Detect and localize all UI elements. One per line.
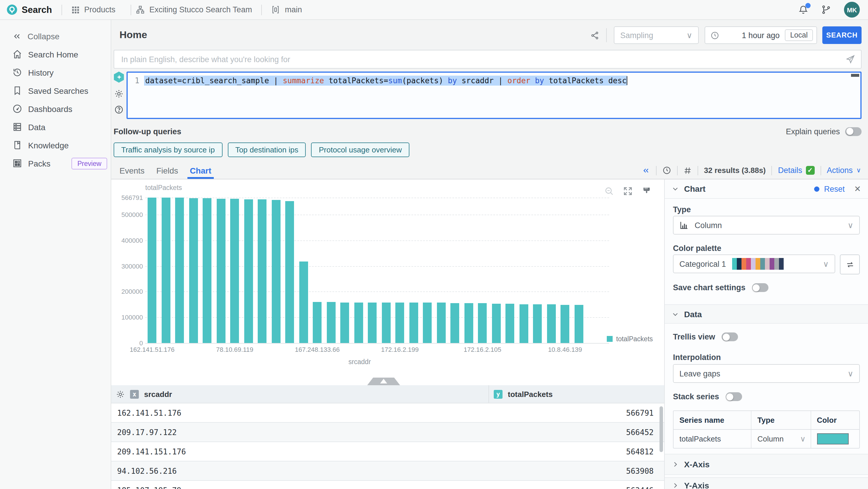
stack-series-toggle[interactable] <box>726 392 742 401</box>
notifications-button[interactable] <box>798 5 808 15</box>
send-icon[interactable] <box>846 55 855 64</box>
sidebar-item-knowledge[interactable]: Knowledge <box>0 136 111 154</box>
trellis-toggle[interactable] <box>721 333 738 341</box>
table-header-srcaddr[interactable]: x srcaddr <box>111 385 489 403</box>
branch-selector[interactable]: main <box>272 5 302 14</box>
help-icon[interactable] <box>114 105 124 114</box>
chart-bar[interactable] <box>175 198 184 343</box>
chart-settings-brush-icon[interactable] <box>642 186 651 196</box>
share-icon[interactable] <box>590 31 599 39</box>
tab-fields[interactable]: Fields <box>151 162 184 179</box>
nl-search-input[interactable] <box>120 54 846 64</box>
avatar[interactable]: MK <box>844 2 860 18</box>
ai-assist-button[interactable] <box>113 71 124 83</box>
chart-bar[interactable] <box>258 200 267 343</box>
chart-bar[interactable] <box>299 261 308 343</box>
sidebar-item-saved-searches[interactable]: Saved Searches <box>0 82 111 100</box>
table-row[interactable]: 209.17.97.122566452 <box>111 423 664 442</box>
chart-bar[interactable] <box>547 305 556 343</box>
sidebar-item-packs[interactable]: PacksPreview <box>0 154 111 172</box>
followup-query-button[interactable]: Top destination ips <box>227 142 306 157</box>
timezone-chip[interactable]: Local <box>785 29 813 41</box>
chart-bar[interactable] <box>492 304 500 343</box>
products-menu[interactable]: Products <box>71 5 115 14</box>
explain-queries-toggle[interactable] <box>845 127 862 136</box>
chart-bar[interactable] <box>216 199 225 343</box>
expand-icon[interactable] <box>623 186 632 196</box>
chart-type-select[interactable]: Column ∨ <box>673 216 860 234</box>
details-button[interactable]: Details ✓ <box>778 166 815 175</box>
interpolation-select[interactable]: Leave gaps ∨ <box>673 364 860 383</box>
editor-scrollbar-thumb[interactable] <box>851 74 859 77</box>
chart-bar[interactable] <box>230 199 239 343</box>
table-settings-gear-icon[interactable] <box>116 390 125 398</box>
y-axis-section[interactable]: Y-Axis <box>665 477 868 489</box>
chart-bar[interactable] <box>285 201 294 343</box>
git-branch-button[interactable] <box>821 5 831 15</box>
chart-bar[interactable] <box>519 304 528 343</box>
series-type-select[interactable]: Column∨ <box>751 430 811 448</box>
chart-bar[interactable] <box>244 199 253 343</box>
chart-bar[interactable] <box>313 302 321 343</box>
chart-bar[interactable] <box>574 305 583 343</box>
chart-bar[interactable] <box>189 198 198 343</box>
tab-chart[interactable]: Chart <box>184 162 217 179</box>
team-selector[interactable]: Exciting Stucco Search Team <box>136 5 252 14</box>
brand[interactable]: Search <box>6 4 52 15</box>
query-editor[interactable]: 1 dataset=cribl_search_sample | summariz… <box>126 71 862 119</box>
query-text[interactable]: dataset=cribl_search_sample | summarize … <box>144 76 627 86</box>
sidebar-collapse[interactable]: Collapse <box>0 27 111 45</box>
chart-bar[interactable] <box>478 304 487 343</box>
data-section-header[interactable]: Data <box>665 304 868 324</box>
chart-bar[interactable] <box>272 200 280 343</box>
chart-bar[interactable] <box>161 197 170 343</box>
table-scrollbar-thumb[interactable] <box>659 406 663 452</box>
chart-bar[interactable] <box>533 304 542 343</box>
sidebar-item-data[interactable]: Data <box>0 118 111 136</box>
table-header-totalpackets[interactable]: y totalPackets <box>489 390 553 398</box>
chart-bar[interactable] <box>464 303 473 343</box>
time-range-picker[interactable]: 1 hour ago Local <box>705 26 817 44</box>
x-axis-section[interactable]: X-Axis <box>665 454 868 475</box>
chart-bar[interactable] <box>368 303 377 343</box>
chart-bar[interactable] <box>148 197 156 343</box>
chart-bar[interactable] <box>451 303 459 343</box>
chart-bar[interactable] <box>203 198 211 343</box>
close-icon[interactable]: ✕ <box>854 184 861 194</box>
chart-bar[interactable] <box>560 305 569 343</box>
swap-axes-button[interactable] <box>840 255 860 275</box>
followup-query-button[interactable]: Traffic analysis by source ip <box>114 142 222 157</box>
chevron-down-icon[interactable] <box>672 185 679 192</box>
time-results-icon[interactable] <box>662 166 671 175</box>
followup-query-button[interactable]: Protocol usage overview <box>311 142 409 157</box>
zoom-out-icon[interactable] <box>604 186 614 196</box>
table-row[interactable]: 185.107.195.79563446 <box>111 481 664 489</box>
collapse-panel-icon[interactable] <box>642 166 650 174</box>
chart-bar[interactable] <box>381 303 391 343</box>
editor-settings-gear-icon[interactable] <box>114 89 124 98</box>
actions-button[interactable]: Actions ∨ <box>827 166 861 175</box>
sidebar-item-dashboards[interactable]: Dashboards <box>0 100 111 118</box>
palette-select[interactable]: Categorical 1 ∨ <box>673 255 835 273</box>
chart-bar[interactable] <box>505 304 514 343</box>
table-row[interactable]: 209.141.151.176564812 <box>111 442 664 461</box>
search-button[interactable]: SEARCH <box>822 26 862 44</box>
sampling-select[interactable]: Sampling ∨ <box>614 26 699 44</box>
chart-bar[interactable] <box>327 302 335 343</box>
chart-bar[interactable] <box>395 303 404 343</box>
tab-events[interactable]: Events <box>114 162 151 179</box>
table-row[interactable]: 94.102.56.216563908 <box>111 461 664 481</box>
chart-bar[interactable] <box>409 303 418 343</box>
save-settings-toggle[interactable] <box>752 283 769 292</box>
chart-bar[interactable] <box>354 302 363 343</box>
chart-bar[interactable] <box>437 303 445 343</box>
sidebar-item-search-home[interactable]: Search Home <box>0 45 111 63</box>
table-row[interactable]: 162.141.51.176566791 <box>111 403 664 423</box>
chart-bar[interactable] <box>340 302 349 343</box>
chart-bar[interactable] <box>423 303 432 343</box>
reset-button[interactable]: Reset <box>824 184 845 193</box>
sidebar-item-history[interactable]: History <box>0 63 111 82</box>
row-numbers-icon[interactable] <box>683 166 692 174</box>
chart-legend[interactable]: totalPackets <box>607 335 653 342</box>
series-color-swatch[interactable] <box>817 433 848 444</box>
